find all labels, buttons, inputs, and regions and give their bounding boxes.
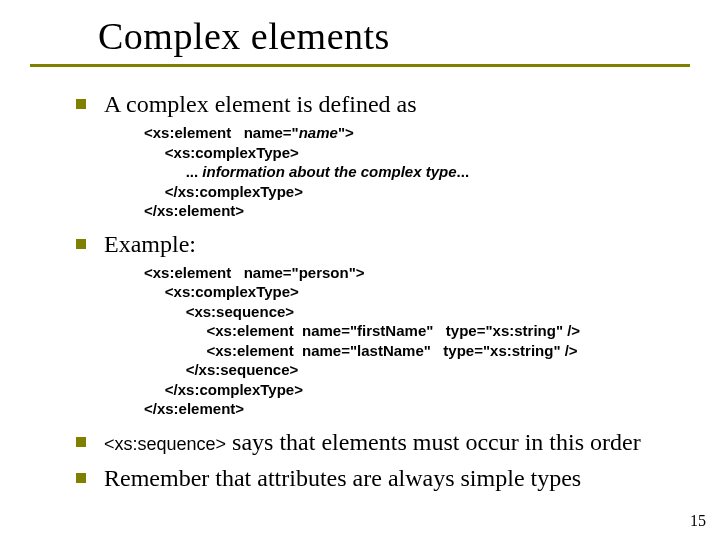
- bullet-item: Example:: [76, 229, 692, 259]
- title-underline: [30, 64, 690, 67]
- code-line: </xs:complexType>: [144, 183, 303, 200]
- code-line: <xs:element name="person">: [144, 264, 365, 281]
- bullet-item: Remember that attributes are always simp…: [76, 463, 692, 493]
- square-bullet-icon: [76, 437, 86, 447]
- code-line: ...: [457, 163, 470, 180]
- code-block-example: <xs:element name="person"> <xs:complexTy…: [144, 263, 692, 419]
- code-placeholder: information about the complex type: [202, 163, 456, 180]
- slide: Complex elements A complex element is de…: [0, 0, 720, 540]
- title-block: Complex elements: [98, 14, 692, 58]
- code-line: </xs:element>: [144, 400, 244, 417]
- code-line: <xs:sequence>: [144, 303, 294, 320]
- code-line: </xs:sequence>: [144, 361, 298, 378]
- code-line: <xs:complexType>: [144, 283, 299, 300]
- code-line: <xs:element name="firstName" type="xs:st…: [144, 322, 580, 339]
- square-bullet-icon: [76, 99, 86, 109]
- code-line: </xs:complexType>: [144, 381, 303, 398]
- bullet-text: <xs:sequence> says that elements must oc…: [104, 427, 641, 457]
- code-line: <xs:element name=": [144, 124, 299, 141]
- bullet-text: Example:: [104, 229, 196, 259]
- code-placeholder: name: [299, 124, 338, 141]
- code-block-definition: <xs:element name="name"> <xs:complexType…: [144, 123, 692, 221]
- inline-code: <xs:sequence>: [104, 434, 226, 454]
- content: A complex element is defined as <xs:elem…: [76, 89, 692, 493]
- code-line: <xs:element name="lastName" type="xs:str…: [144, 342, 578, 359]
- bullet-text: Remember that attributes are always simp…: [104, 463, 581, 493]
- code-line: ...: [144, 163, 202, 180]
- code-line: </xs:element>: [144, 202, 244, 219]
- bullet-text: A complex element is defined as: [104, 89, 417, 119]
- bullet-text-tail: says that elements must occur in this or…: [226, 429, 641, 455]
- code-line: ">: [338, 124, 354, 141]
- square-bullet-icon: [76, 473, 86, 483]
- slide-title: Complex elements: [98, 14, 692, 58]
- code-line: <xs:complexType>: [144, 144, 299, 161]
- bullet-item: A complex element is defined as: [76, 89, 692, 119]
- square-bullet-icon: [76, 239, 86, 249]
- bullet-item: <xs:sequence> says that elements must oc…: [76, 427, 692, 457]
- page-number: 15: [690, 512, 706, 530]
